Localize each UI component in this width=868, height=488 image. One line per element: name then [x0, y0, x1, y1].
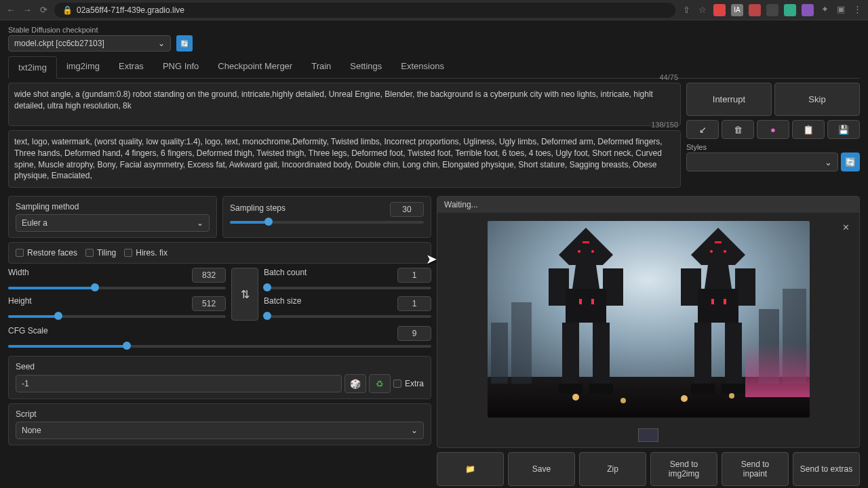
bookmark-icon[interactable]: ☆	[697, 5, 708, 15]
chevron-down-icon: ⌄	[411, 426, 418, 435]
menu-icon[interactable]: ⋮	[852, 4, 863, 16]
send-extras-button[interactable]: Send to extras	[793, 452, 860, 486]
clear-tool[interactable]: 🗑	[722, 120, 754, 139]
svg-rect-3	[511, 302, 532, 384]
ext-icon-3[interactable]	[749, 4, 761, 16]
seed-random-button[interactable]: 🎲	[344, 374, 366, 393]
width-value[interactable]: 832	[192, 268, 226, 283]
height-value[interactable]: 512	[192, 296, 226, 311]
skip-button[interactable]: Skip	[774, 83, 860, 116]
svg-rect-34	[724, 299, 726, 304]
svg-point-38	[729, 393, 734, 399]
send-img2img-button[interactable]: Send to img2img	[650, 452, 717, 486]
reload-icon[interactable]: ⟳	[38, 5, 49, 15]
svg-marker-8	[572, 265, 599, 289]
svg-point-35	[572, 394, 579, 401]
extensions-icon[interactable]: ✦	[819, 4, 830, 16]
send-inpaint-button[interactable]: Send to inpaint	[722, 452, 789, 486]
svg-rect-17	[559, 384, 583, 394]
output-status: Waiting...	[437, 197, 859, 213]
restore-faces-check[interactable]: Restore faces	[16, 248, 77, 258]
svg-rect-19	[579, 299, 582, 304]
tabs: txt2img img2img Extras PNG Info Checkpoi…	[8, 56, 860, 79]
cfg-slider[interactable]	[8, 341, 431, 350]
svg-point-36	[620, 398, 626, 403]
svg-rect-16	[593, 323, 610, 387]
tiling-check[interactable]: Tiling	[85, 248, 116, 258]
tab-img2img[interactable]: img2img	[57, 56, 109, 78]
prompt-input[interactable]: wide shot angle, a (gundam:0.8) robot st…	[8, 83, 681, 126]
seed-extra-check[interactable]: Extra	[393, 379, 424, 388]
interrupt-button[interactable]: Interrupt	[686, 83, 772, 116]
seed-reuse-button[interactable]: ♻	[369, 374, 391, 393]
negprompt-token-count: 138/150	[651, 121, 678, 129]
back-icon[interactable]: ←	[5, 5, 16, 15]
sampling-method-select[interactable]: Euler a ⌄	[16, 214, 210, 232]
sampling-steps-value[interactable]: 30	[390, 202, 424, 217]
height-slider[interactable]	[8, 311, 226, 321]
panel-icon[interactable]: ▣	[835, 4, 846, 16]
ext-icon-4[interactable]	[766, 4, 778, 16]
height-label: Height	[8, 296, 32, 308]
chevron-down-icon: ⌄	[825, 157, 832, 167]
checkpoint-refresh-button[interactable]: 🔄	[176, 35, 193, 52]
tab-extensions[interactable]: Extensions	[391, 56, 454, 78]
batch-count-slider[interactable]	[264, 283, 431, 292]
sampling-steps-slider[interactable]	[230, 217, 424, 226]
checkpoint-select[interactable]: model.ckpt [cc6cb27103] ⌄	[8, 35, 171, 52]
styles-label: Styles	[686, 143, 860, 151]
styles-refresh-button[interactable]: 🔄	[841, 152, 860, 171]
checkpoint-label: Stable Diffusion checkpoint	[8, 26, 171, 34]
share-icon[interactable]: ⇧	[681, 5, 692, 15]
ext-icon-ia[interactable]: IA	[731, 4, 743, 16]
tab-txt2img[interactable]: txt2img	[8, 56, 57, 79]
svg-rect-20	[591, 299, 594, 304]
hires-fix-check[interactable]: Hires. fix	[124, 248, 167, 258]
output-thumbnail[interactable]	[638, 428, 658, 442]
style-create-tool[interactable]: ●	[757, 120, 789, 139]
cfg-label: CFG Scale	[8, 326, 48, 338]
batch-size-slider[interactable]	[264, 311, 431, 321]
svg-marker-22	[705, 265, 732, 289]
batch-count-value[interactable]: 1	[397, 268, 431, 283]
zip-button[interactable]: Zip	[579, 452, 646, 486]
svg-rect-30	[725, 323, 742, 387]
svg-point-37	[681, 395, 688, 402]
batch-size-label: Batch size	[264, 296, 301, 308]
svg-rect-28	[698, 289, 738, 323]
seed-input[interactable]: -1	[16, 375, 342, 392]
close-icon[interactable]: ✕	[842, 222, 850, 232]
paste-tool[interactable]: ↙	[686, 120, 719, 139]
tab-train[interactable]: Train	[302, 56, 340, 78]
tab-pnginfo[interactable]: PNG Info	[153, 56, 208, 78]
dim-swap-button[interactable]: ⇅	[231, 268, 258, 321]
batch-count-label: Batch count	[264, 268, 307, 280]
ext-icon-6[interactable]	[802, 4, 814, 16]
tab-extras[interactable]: Extras	[109, 56, 153, 78]
tab-settings[interactable]: Settings	[340, 56, 391, 78]
ext-icon-1[interactable]	[713, 4, 726, 16]
neg-prompt-input[interactable]: text, logo, watermark, (worst quality, l…	[8, 130, 681, 188]
url-bar[interactable]: 🔒 02a56ff4-71ff-439e.gradio.live	[54, 3, 675, 18]
style-apply-tool[interactable]: 📋	[792, 120, 825, 139]
save-style-tool[interactable]: 💾	[827, 120, 860, 139]
svg-rect-9	[583, 241, 589, 243]
cfg-value[interactable]: 9	[397, 326, 431, 341]
script-select[interactable]: None ⌄	[16, 422, 424, 439]
svg-rect-6	[745, 343, 810, 397]
prompt-token-count: 44/75	[659, 73, 678, 81]
ext-icon-5[interactable]	[784, 4, 796, 16]
tab-ckpt-merger[interactable]: Checkpoint Merger	[208, 56, 302, 78]
seed-label: Seed	[16, 362, 424, 371]
styles-select[interactable]: ⌄	[686, 152, 838, 171]
svg-rect-31	[691, 384, 715, 394]
browser-bar: ← → ⟳ 🔒 02a56ff4-71ff-439e.gradio.live ⇧…	[0, 0, 868, 20]
save-button[interactable]: Save	[508, 452, 575, 486]
width-slider[interactable]	[8, 283, 226, 292]
open-folder-button[interactable]: 📁	[437, 452, 504, 486]
width-label: Width	[8, 268, 29, 280]
svg-point-24	[710, 250, 713, 253]
forward-icon[interactable]: →	[22, 5, 33, 15]
batch-size-value[interactable]: 1	[397, 296, 431, 311]
svg-rect-33	[711, 299, 714, 304]
